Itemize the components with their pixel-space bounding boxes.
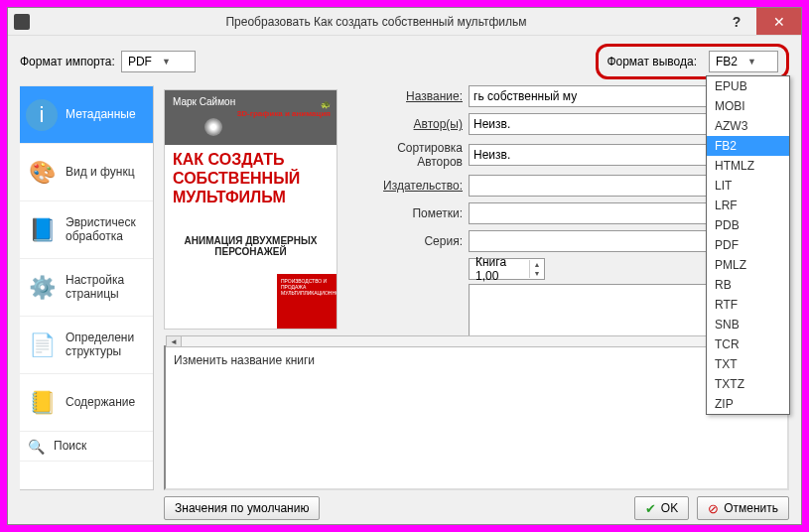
sidebar-item-look-feel[interactable]: 🎨 Вид и функц [20, 144, 153, 201]
scroll-left-icon[interactable]: ◄ [166, 335, 182, 347]
spinner-controls: ▲ ▼ [529, 260, 544, 278]
info-icon: i [26, 99, 58, 131]
output-format-value: FB2 [716, 55, 738, 68]
preview-subtitle: АНИМАЦИЯ ДВУХМЕРНЫХ ПЕРСОНАЖЕЙ [173, 235, 329, 257]
dropdown-option[interactable]: RTF [707, 295, 789, 315]
preview-badge: 🐢3D-графика и анимация [237, 100, 331, 118]
dropdown-option[interactable]: FB2 [707, 136, 789, 156]
dropdown-option[interactable]: HTMLZ [707, 156, 789, 176]
dropdown-option[interactable]: MOBI [707, 96, 789, 116]
sidebar-item-structure[interactable]: 📄 Определени структуры [20, 317, 153, 374]
output-format-combo-wrap: FB2 ▼ [709, 51, 778, 72]
disc-icon [204, 118, 222, 136]
chevron-down-icon: ▼ [162, 57, 171, 66]
author-field-label: Автор(ы) [351, 117, 463, 131]
sidebar-item-metadata[interactable]: i Метаданные [20, 86, 153, 144]
ok-button[interactable]: ✔ OK [634, 496, 689, 520]
sidebar-item-label: Определени структуры [66, 332, 147, 359]
dropdown-option[interactable]: TXTZ [707, 374, 789, 394]
output-format-label: Формат вывода: [607, 55, 697, 68]
dropdown-option[interactable]: AZW3 [707, 116, 789, 136]
sidebar-item-search[interactable]: 🔍 Поиск [20, 432, 153, 462]
lower-pane: ◄ ► Изменить название книги [164, 345, 789, 490]
output-format-combo[interactable]: FB2 ▼ [709, 51, 778, 72]
bottom-bar: Значения по умолчанию ✔ OK ⊘ Отменить [8, 490, 801, 526]
button-label: OK [661, 501, 678, 515]
dropdown-option[interactable]: PMLZ [707, 255, 789, 275]
dropdown-option[interactable]: PDF [707, 235, 789, 255]
scroll-track[interactable] [182, 335, 771, 347]
tags-field-label: Пометки: [351, 206, 463, 220]
cover-preview: Марк Саймон 🐢3D-графика и анимация КАК С… [164, 89, 337, 330]
cancel-button[interactable]: ⊘ Отменить [697, 496, 789, 520]
horizontal-scrollbar[interactable]: ◄ ► [166, 335, 787, 347]
sidebar-item-heuristic[interactable]: 📘 Эвристическ обработка [20, 201, 153, 259]
window-title: Преобразовать Как создать собственный му… [36, 15, 717, 29]
check-icon: ✔ [645, 501, 656, 516]
main-area: Марк Саймон 🐢3D-графика и анимация КАК С… [164, 85, 789, 490]
list-icon: 📄 [26, 330, 58, 361]
sidebar-item-toc[interactable]: 📒 Содержание [20, 374, 153, 432]
sidebar-item-label: Настройка страницы [66, 274, 147, 302]
close-button[interactable]: ✕ [756, 8, 801, 35]
import-format-value: PDF [128, 55, 152, 68]
sidebar-item-label: Метаданные [66, 108, 136, 122]
gear-icon: ⚙️ [26, 272, 58, 304]
chevron-down-icon: ▼ [747, 57, 756, 66]
button-label: Значения по умолчанию [175, 501, 309, 515]
dropdown-option[interactable]: EPUB [707, 76, 789, 96]
import-format-label: Формат импорта: [20, 55, 115, 68]
sidebar: i Метаданные 🎨 Вид и функц 📘 Эвристическ… [20, 85, 154, 490]
window-buttons: ? ✕ [717, 8, 801, 35]
sidebar-item-label: Содержание [66, 396, 135, 410]
app-icon [14, 14, 30, 30]
sidebar-item-label: Вид и функц [66, 166, 135, 180]
top-row: Формат импорта: PDF ▼ Формат вывода: FB2… [8, 36, 801, 85]
dropdown-option[interactable]: RB [707, 275, 789, 295]
sidebar-item-label: Эвристическ обработка [66, 216, 147, 244]
sidebar-item-label: Поиск [54, 440, 86, 454]
output-format-highlight: Формат вывода: FB2 ▼ [596, 44, 789, 79]
dropdown-option[interactable]: SNB [707, 315, 789, 334]
import-format-combo[interactable]: PDF ▼ [121, 51, 196, 72]
cancel-icon: ⊘ [708, 501, 719, 516]
authorsort-field-label: Сортировка Авторов [351, 141, 463, 169]
button-label: Отменить [724, 501, 778, 515]
help-button[interactable]: ? [717, 8, 756, 35]
wand-icon: 📘 [26, 214, 58, 246]
dialog-window: Преобразовать Как создать собственный му… [7, 7, 802, 525]
output-format-dropdown[interactable]: EPUBMOBIAZW3FB2HTMLZLITLRFPDBPDFPMLZRBRT… [706, 75, 790, 415]
upper-pane: Марк Саймон 🐢3D-графика и анимация КАК С… [164, 85, 789, 341]
spinner-down-icon[interactable]: ▼ [530, 269, 544, 278]
preview-redbox: ПРОИЗВОДСТВО И ПРОДАЖА МУЛЬТИПЛИКАЦИОННО… [277, 274, 337, 329]
spinner-up-icon[interactable]: ▲ [530, 260, 544, 269]
book-icon: 📒 [26, 387, 58, 419]
spinner-value: Книга 1,00 [470, 255, 529, 283]
dropdown-option[interactable]: ZIP [707, 394, 789, 414]
defaults-button[interactable]: Значения по умолчанию [164, 496, 320, 520]
dropdown-option[interactable]: TCR [707, 334, 789, 354]
sidebar-item-page-setup[interactable]: ⚙️ Настройка страницы [20, 259, 153, 317]
content-area: i Метаданные 🎨 Вид и функц 📘 Эвристическ… [8, 85, 801, 490]
dropdown-option[interactable]: TXT [707, 354, 789, 374]
paint-icon: 🎨 [26, 157, 58, 189]
lower-text: Изменить название книги [174, 353, 315, 367]
titlebar: Преобразовать Как создать собственный му… [8, 8, 801, 36]
publisher-field-label: Издательство: [351, 179, 463, 193]
search-icon: 🔍 [26, 437, 46, 457]
series-field-label: Серия: [351, 234, 463, 248]
series-index-spinner[interactable]: Книга 1,00 ▲ ▼ [469, 258, 545, 280]
dropdown-option[interactable]: PDB [707, 215, 789, 235]
dropdown-option[interactable]: LRF [707, 196, 789, 215]
dropdown-option[interactable]: LIT [707, 176, 789, 196]
preview-title: КАК СОЗДАТЬ СОБСТВЕННЫЙ МУЛЬТФИЛЬМ [173, 150, 329, 207]
import-format-combo-wrap: PDF ▼ [121, 51, 196, 72]
title-field-label: Название: [351, 89, 463, 103]
